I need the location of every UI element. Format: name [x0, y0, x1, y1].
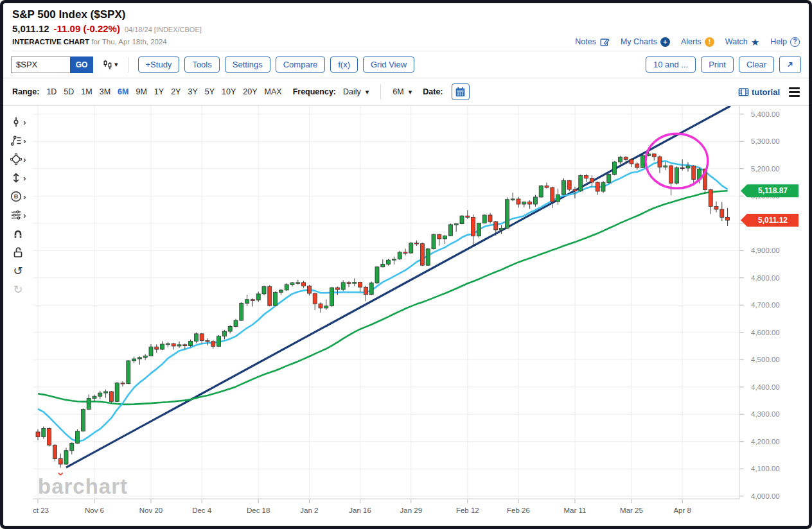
date-picker-button[interactable] — [452, 83, 470, 100]
magnet-snap-tool[interactable] — [12, 227, 24, 241]
svg-text:Nov 6: Nov 6 — [85, 507, 104, 514]
chevron-right-icon: › — [23, 155, 26, 164]
my-charts-link[interactable]: My Charts + — [621, 37, 670, 47]
range-1m[interactable]: 1M — [81, 87, 92, 96]
chart-toolbar: GO ▾ +Study Tools Settings Compare f(x) … — [3, 51, 809, 78]
svg-text:B: B — [14, 193, 19, 200]
alerts-link[interactable]: Alerts ! — [681, 37, 714, 47]
chevron-right-icon: › — [23, 117, 26, 127]
expand-chart-button[interactable] — [779, 56, 801, 73]
chevron-right-icon: › — [23, 136, 26, 146]
study-10-and-button[interactable]: 10 and ... — [646, 56, 696, 73]
svg-text:4,300.00: 4,300.00 — [751, 410, 780, 418]
go-button[interactable]: GO — [70, 56, 93, 73]
arrow-up-right-icon — [787, 60, 793, 69]
header-links: Notes My Charts + Alerts ! Watch ★ Help — [575, 37, 800, 47]
svg-text:5,118.87: 5,118.87 — [758, 186, 788, 195]
arrows-tool[interactable]: › — [10, 171, 26, 185]
range-20y[interactable]: 20Y — [243, 87, 257, 96]
add-study-button[interactable]: +Study — [138, 56, 180, 73]
svg-text:4,200.00: 4,200.00 — [751, 438, 780, 446]
range-6m-active[interactable]: 6M — [118, 87, 128, 96]
clear-button[interactable]: Clear — [739, 56, 774, 73]
notes-link[interactable]: Notes — [575, 37, 610, 47]
redo-tool[interactable]: ↻ — [13, 282, 22, 297]
range-5d[interactable]: 5D — [64, 87, 74, 96]
last-price: 5,011.12 — [12, 23, 49, 34]
drawing-tools-sidebar: › › › › B › › — [3, 106, 33, 525]
range-2y[interactable]: 2Y — [171, 87, 181, 96]
price-chart-canvas[interactable]: 5,400.005,300.005,200.005,100.005,000.00… — [33, 106, 809, 525]
svg-text:Oct 23: Oct 23 — [33, 507, 49, 514]
indicator-lines-tool[interactable]: › — [10, 208, 26, 222]
svg-text:Jan 2: Jan 2 — [300, 507, 318, 514]
symbol-input[interactable] — [11, 56, 70, 73]
calendar-icon — [454, 86, 466, 98]
range-max[interactable]: MAX — [265, 87, 282, 96]
sliders-icon — [10, 209, 22, 221]
subtitle-bold: INTERACTIVE CHART — [12, 38, 89, 46]
grid-view-button[interactable]: Grid View — [363, 56, 414, 73]
fx-button[interactable]: f(x) — [330, 56, 358, 73]
chevron-right-icon: › — [23, 211, 26, 220]
help-link[interactable]: Help ? — [770, 37, 800, 47]
subtitle-rest: for Thu, Apr 18th, 2024 — [91, 38, 166, 46]
svg-text:4,600.00: 4,600.00 — [751, 329, 780, 336]
page-subtitle: INTERACTIVE CHART for Thu, Apr 18th, 202… — [12, 38, 167, 46]
svg-text:4,500.00: 4,500.00 — [751, 356, 780, 363]
redo-icon: ↻ — [13, 283, 22, 296]
range-bar: Range: 1D 5D 1M 3M 6M 9M 1Y 2Y 3Y 5Y 10Y… — [3, 78, 809, 106]
chevron-down-icon: ▾ — [366, 88, 369, 96]
watch-link[interactable]: Watch ★ — [725, 37, 759, 47]
crosshair-tool[interactable]: › — [10, 115, 26, 129]
range-9m[interactable]: 9M — [136, 87, 146, 96]
period-dropdown[interactable]: 6M ▾ — [393, 87, 412, 96]
tools-button[interactable]: Tools — [184, 56, 219, 73]
undo-tool[interactable]: ↺ — [13, 264, 22, 278]
range-1d[interactable]: 1D — [46, 87, 57, 96]
date-label: Date: — [423, 87, 443, 96]
svg-text:5,200.00: 5,200.00 — [751, 165, 780, 173]
settings-button[interactable]: Settings — [225, 56, 270, 73]
exclamation-circle-icon: ! — [705, 37, 714, 47]
svg-text:4,000.00: 4,000.00 — [751, 492, 780, 500]
range-1y[interactable]: 1Y — [154, 87, 164, 96]
svg-text:Dec 18: Dec 18 — [247, 507, 270, 514]
pencil-square-icon — [599, 37, 610, 47]
tutorial-link[interactable]: tutorial — [738, 87, 780, 97]
menu-hamburger-icon[interactable] — [789, 87, 800, 97]
print-button[interactable]: Print — [701, 56, 734, 73]
range-3m[interactable]: 3M — [100, 87, 110, 96]
app-frame: S&P 500 Index ($SPX) 5,011.12-11.09 (-0.… — [0, 0, 812, 529]
quote-date-source: 04/18/24 [INDEX/CBOE] — [125, 26, 202, 33]
chevron-right-icon: › — [23, 192, 26, 202]
range-3y[interactable]: 3Y — [188, 87, 197, 96]
divider — [128, 57, 128, 73]
compare-button[interactable]: Compare — [276, 56, 325, 73]
polygon-icon — [10, 153, 22, 166]
question-circle-icon: ? — [790, 37, 800, 47]
range-5y[interactable]: 5Y — [205, 87, 215, 96]
chevron-down-icon: ▾ — [114, 60, 118, 69]
compare-symbol-dropdown[interactable]: ▾ — [102, 59, 118, 70]
shapes-tool[interactable]: › — [10, 152, 26, 166]
annotations-tool[interactable]: › — [10, 134, 26, 148]
quote-row: 5,011.12-11.09 (-0.22%)04/18/24 [INDEX/C… — [12, 23, 800, 34]
vertical-arrows-icon — [10, 171, 22, 184]
divider — [380, 84, 381, 100]
svg-text:5,011.12: 5,011.12 — [758, 216, 788, 225]
frequency-dropdown[interactable]: Daily ▾ — [343, 87, 369, 96]
magnet-icon — [12, 227, 24, 240]
star-icon: ★ — [751, 37, 759, 47]
crosshair-icon — [10, 116, 22, 128]
svg-text:4,800.00: 4,800.00 — [751, 274, 780, 282]
chevron-down-icon: ▾ — [409, 88, 412, 96]
lock-tool[interactable] — [12, 245, 24, 259]
buy-sell-tool[interactable]: B › — [10, 189, 26, 204]
svg-text:Mar 11: Mar 11 — [564, 507, 587, 514]
svg-text:Mar 25: Mar 25 — [620, 507, 643, 514]
header: S&P 500 Index ($SPX) 5,011.12-11.09 (-0.… — [3, 3, 809, 51]
range-label: Range: — [12, 87, 39, 96]
range-10y[interactable]: 10Y — [222, 87, 236, 96]
price-change: -11.09 (-0.22%) — [54, 23, 120, 34]
